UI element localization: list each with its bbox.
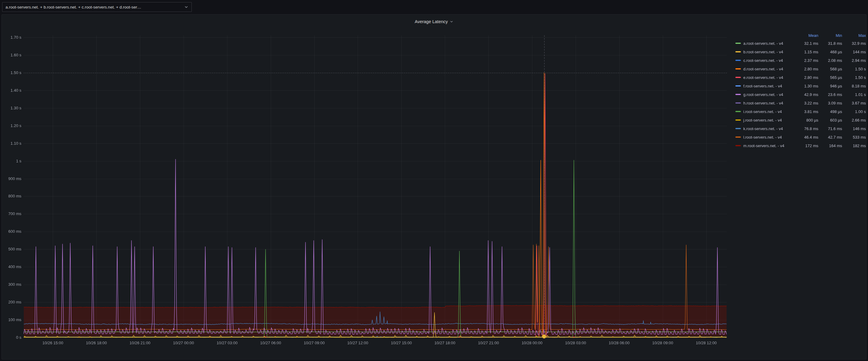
legend-min-value: 164 ms — [818, 143, 842, 148]
y-axis-label: 1.10 s — [0, 141, 21, 146]
legend-mean-value: 1.30 ms — [791, 84, 818, 88]
y-axis-label: 1.60 s — [0, 53, 21, 58]
x-axis-label: 10/27 09:00 — [298, 340, 331, 346]
legend-row: d.root-servers.net. - v42.80 ms568 µs1.5… — [735, 65, 866, 73]
legend-min-value: 468 µs — [818, 50, 842, 54]
legend-mean-value: 1.15 ms — [791, 50, 818, 54]
series-label: f.root-servers.net. - v4 — [743, 84, 782, 88]
x-axis-label: 10/28 03:00 — [559, 340, 592, 346]
legend-rows: a.root-servers.net. - v432.1 ms31.8 ms32… — [735, 39, 866, 150]
legend-max-value: 2.94 ms — [842, 58, 866, 63]
legend-min-value: 2.08 ms — [818, 58, 842, 63]
y-axis-label: 0 s — [0, 335, 21, 340]
legend-row: i.root-servers.net. - v43.81 ms498 µs1.0… — [735, 107, 866, 116]
legend-series-name[interactable]: g.root-servers.net. - v4 — [735, 92, 791, 97]
legend-series-name[interactable]: k.root-servers.net. - v4 — [735, 126, 791, 131]
legend-series-name[interactable]: l.root-servers.net. - v4 — [735, 135, 791, 139]
y-axis-label: 200 ms — [0, 300, 21, 305]
legend-min-value: 71.6 ms — [818, 126, 842, 131]
legend-min-value: 568 µs — [818, 67, 842, 71]
x-axis-label: 10/27 12:00 — [341, 340, 374, 346]
series-label: c.root-servers.net. - v4 — [743, 58, 783, 63]
y-axis-label: 1.30 s — [0, 106, 21, 110]
series-label: j.root-servers.net. - v4 — [743, 118, 782, 123]
y-axis-label: 700 ms — [0, 211, 21, 216]
x-axis-label: 10/26 15:00 — [36, 340, 69, 346]
legend-header: Mean Min Max — [735, 32, 866, 39]
legend: Mean Min Max a.root-servers.net. - v432.… — [735, 32, 866, 150]
y-axis-label: 600 ms — [0, 229, 21, 234]
legend-mean-value: 32.1 ms — [791, 41, 818, 46]
series-color-swatch — [735, 120, 741, 121]
legend-min-value: 603 µs — [818, 118, 842, 123]
legend-max-value: 2.66 ms — [842, 118, 866, 123]
legend-series-name[interactable]: a.root-servers.net. - v4 — [735, 41, 791, 46]
legend-max-value: 1.00 s — [842, 109, 866, 114]
legend-max-value: 146 ms — [842, 126, 866, 131]
x-axis-label: 10/27 15:00 — [384, 340, 418, 346]
y-axis-label: 800 ms — [0, 194, 21, 199]
legend-column-min[interactable]: Min — [818, 33, 842, 38]
legend-row: g.root-servers.net. - v442.9 ms23.6 ms1.… — [735, 90, 866, 99]
legend-series-name[interactable]: j.root-servers.net. - v4 — [735, 118, 791, 123]
series-label: a.root-servers.net. - v4 — [743, 41, 783, 46]
legend-row: c.root-servers.net. - v42.37 ms2.08 ms2.… — [735, 56, 866, 65]
series-label: g.root-servers.net. - v4 — [743, 92, 783, 97]
legend-max-value: 1.01 s — [842, 92, 866, 97]
legend-series-name[interactable]: m.root-servers.net. - v4 — [735, 143, 791, 148]
series-color-swatch — [735, 77, 741, 78]
y-axis-label: 900 ms — [0, 176, 21, 181]
y-axis-label: 1 s — [0, 159, 21, 164]
series-color-swatch — [735, 136, 741, 138]
series-color-swatch — [735, 128, 741, 129]
legend-max-value: 182 ms — [842, 143, 866, 148]
legend-row: m.root-servers.net. - v4172 ms164 ms182 … — [735, 141, 866, 150]
y-axis-label: 1.50 s — [0, 70, 21, 75]
y-axis-label: 1.20 s — [0, 123, 21, 128]
legend-mean-value: 2.80 ms — [791, 67, 818, 71]
x-axis-label: 10/27 00:00 — [167, 340, 200, 346]
legend-max-value: 144 ms — [842, 50, 866, 54]
legend-row: k.root-servers.net. - v476.8 ms71.6 ms14… — [735, 124, 866, 133]
y-axis-label: 100 ms — [0, 318, 21, 322]
legend-min-value: 23.6 ms — [818, 92, 842, 97]
legend-mean-value: 172 ms — [791, 143, 818, 148]
legend-min-value: 42.7 ms — [818, 135, 842, 139]
x-axis-label: 10/27 21:00 — [472, 340, 505, 346]
series-label: b.root-servers.net. - v4 — [743, 50, 783, 54]
legend-series-name[interactable]: c.root-servers.net. - v4 — [735, 58, 791, 63]
y-axis-label: 500 ms — [0, 247, 21, 252]
series-color-swatch — [735, 85, 741, 87]
series-label: k.root-servers.net. - v4 — [743, 126, 783, 131]
series-color-swatch — [735, 102, 741, 104]
legend-mean-value: 3.81 ms — [791, 109, 818, 114]
x-axis-label: 10/27 03:00 — [210, 340, 244, 346]
legend-min-value: 565 µs — [818, 75, 842, 80]
x-axis-label: 10/28 00:00 — [515, 340, 549, 346]
legend-series-name[interactable]: i.root-servers.net. - v4 — [735, 109, 791, 114]
x-axis-label: 10/28 12:00 — [690, 340, 723, 346]
y-axis-label: 1.70 s — [0, 35, 21, 40]
legend-mean-value: 46.4 ms — [791, 135, 818, 139]
x-axis-label: 10/27 18:00 — [428, 340, 462, 346]
legend-series-name[interactable]: e.root-servers.net. - v4 — [735, 75, 791, 80]
legend-series-name[interactable]: h.root-servers.net. - v4 — [735, 101, 791, 105]
legend-mean-value: 2.80 ms — [791, 75, 818, 80]
legend-max-value: 3.67 ms — [842, 101, 866, 105]
y-axis-label: 300 ms — [0, 282, 21, 287]
legend-min-value: 31.8 ms — [818, 41, 842, 46]
legend-series-name[interactable]: b.root-servers.net. - v4 — [735, 50, 791, 54]
legend-mean-value: 76.8 ms — [791, 126, 818, 131]
legend-series-name[interactable]: d.root-servers.net. - v4 — [735, 67, 791, 71]
legend-row: a.root-servers.net. - v432.1 ms31.8 ms32… — [735, 39, 866, 47]
y-axis-label: 400 ms — [0, 264, 21, 269]
legend-min-value: 946 µs — [818, 84, 842, 88]
legend-series-name[interactable]: f.root-servers.net. - v4 — [735, 84, 791, 88]
x-axis-label: 10/28 06:00 — [602, 340, 636, 346]
x-axis-label: 10/27 06:00 — [254, 340, 287, 346]
y-axis-label: 1.40 s — [0, 88, 21, 93]
legend-column-max[interactable]: Max — [842, 33, 866, 38]
legend-max-value: 1.50 s — [842, 67, 866, 71]
legend-min-value: 498 µs — [818, 109, 842, 114]
legend-column-mean[interactable]: Mean — [791, 33, 818, 38]
